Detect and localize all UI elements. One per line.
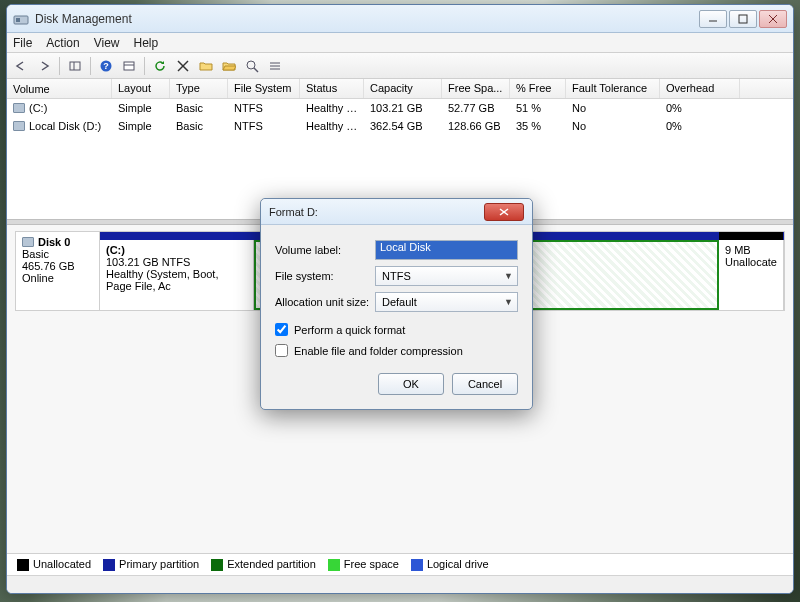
drive-icon xyxy=(13,121,25,131)
chevron-down-icon: ▼ xyxy=(504,297,513,307)
quick-format-checkbox[interactable] xyxy=(275,323,288,336)
col-pctfree[interactable]: % Free xyxy=(510,79,566,98)
svg-point-14 xyxy=(247,61,255,69)
legend-swatch-extended xyxy=(211,559,223,571)
enable-compression-label: Enable file and folder compression xyxy=(294,345,463,357)
legend-swatch-logical xyxy=(411,559,423,571)
enable-compression-checkbox[interactable] xyxy=(275,344,288,357)
column-headers: Volume Layout Type File System Status Ca… xyxy=(7,79,793,99)
col-volume[interactable]: Volume xyxy=(7,79,112,98)
col-freespace[interactable]: Free Spa... xyxy=(442,79,510,98)
open-button[interactable] xyxy=(219,56,239,76)
explorer-button[interactable] xyxy=(196,56,216,76)
partition-unallocated[interactable]: 9 MB Unallocate xyxy=(719,240,784,310)
svg-rect-10 xyxy=(124,62,134,70)
menu-help[interactable]: Help xyxy=(134,36,159,50)
col-filesystem[interactable]: File System xyxy=(228,79,300,98)
svg-rect-6 xyxy=(70,62,80,70)
cancel-button[interactable]: Cancel xyxy=(452,373,518,395)
legend-swatch-free xyxy=(328,559,340,571)
status-bar xyxy=(7,575,793,593)
toolbar: ? xyxy=(7,53,793,79)
file-system-select[interactable]: NTFS▼ xyxy=(375,266,518,286)
file-system-label: File system: xyxy=(275,270,375,282)
format-dialog: Format D: Volume label: Local Disk File … xyxy=(260,198,533,410)
legend-swatch-unallocated xyxy=(17,559,29,571)
dialog-close-button[interactable] xyxy=(484,203,524,221)
col-status[interactable]: Status xyxy=(300,79,364,98)
allocation-unit-size-select[interactable]: Default▼ xyxy=(375,292,518,312)
title-bar[interactable]: Disk Management xyxy=(7,5,793,33)
list-button[interactable] xyxy=(265,56,285,76)
app-icon xyxy=(13,11,29,27)
quick-format-label: Perform a quick format xyxy=(294,324,405,336)
menu-file[interactable]: File xyxy=(13,36,32,50)
partition-c[interactable]: (C:) 103.21 GB NTFS Healthy (System, Boo… xyxy=(100,240,254,310)
close-button[interactable] xyxy=(759,10,787,28)
svg-line-15 xyxy=(254,68,258,72)
allocation-unit-size-label: Allocation unit size: xyxy=(275,296,375,308)
menu-bar: File Action View Help xyxy=(7,33,793,53)
col-overhead[interactable]: Overhead xyxy=(660,79,740,98)
show-hide-button[interactable] xyxy=(65,56,85,76)
ok-button[interactable]: OK xyxy=(378,373,444,395)
help-button[interactable]: ? xyxy=(96,56,116,76)
menu-action[interactable]: Action xyxy=(46,36,79,50)
chevron-down-icon: ▼ xyxy=(504,271,513,281)
volume-label-label: Volume label: xyxy=(275,244,375,256)
legend-swatch-primary xyxy=(103,559,115,571)
col-capacity[interactable]: Capacity xyxy=(364,79,442,98)
legend: Unallocated Primary partition Extended p… xyxy=(7,553,793,575)
svg-text:?: ? xyxy=(103,61,109,71)
svg-rect-3 xyxy=(739,15,747,23)
drive-icon xyxy=(13,103,25,113)
window-title: Disk Management xyxy=(35,12,699,26)
disk-icon xyxy=(22,237,34,247)
properties-button[interactable] xyxy=(119,56,139,76)
volume-row[interactable]: (C:) Simple Basic NTFS Healthy (S... 103… xyxy=(7,99,793,117)
dialog-title: Format D: xyxy=(269,206,484,218)
svg-rect-1 xyxy=(16,18,20,22)
dialog-title-bar[interactable]: Format D: xyxy=(261,199,532,225)
back-button[interactable] xyxy=(11,56,31,76)
menu-view[interactable]: View xyxy=(94,36,120,50)
col-layout[interactable]: Layout xyxy=(112,79,170,98)
col-fault[interactable]: Fault Tolerance xyxy=(566,79,660,98)
volume-row[interactable]: Local Disk (D:) Simple Basic NTFS Health… xyxy=(7,117,793,135)
disk-info[interactable]: Disk 0 Basic 465.76 GB Online xyxy=(16,232,100,310)
minimize-button[interactable] xyxy=(699,10,727,28)
col-type[interactable]: Type xyxy=(170,79,228,98)
refresh-button[interactable] xyxy=(150,56,170,76)
delete-button[interactable] xyxy=(173,56,193,76)
maximize-button[interactable] xyxy=(729,10,757,28)
forward-button[interactable] xyxy=(34,56,54,76)
volume-label-input[interactable]: Local Disk xyxy=(375,240,518,260)
zoom-button[interactable] xyxy=(242,56,262,76)
